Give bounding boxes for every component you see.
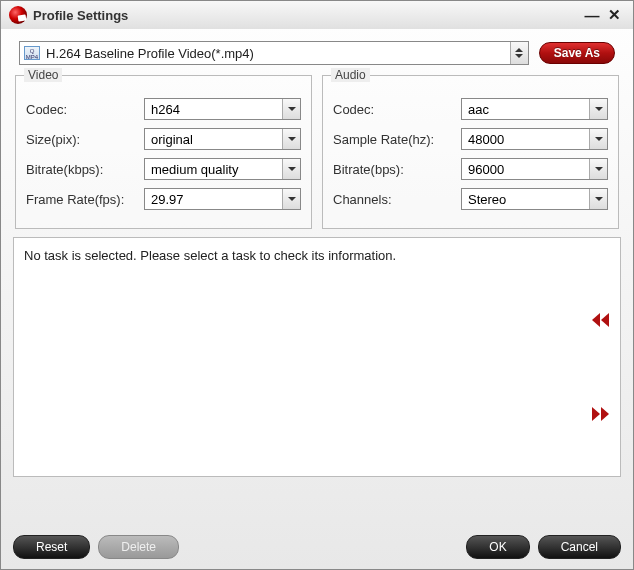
settings-groups: Video Codec: h264 Size(pix): original xyxy=(13,75,621,229)
video-codec-label: Codec: xyxy=(26,102,138,117)
save-as-button[interactable]: Save As xyxy=(539,42,615,64)
video-size-combo[interactable]: original xyxy=(144,128,301,150)
task-message: No task is selected. Please select a tas… xyxy=(24,248,580,263)
video-size-value: original xyxy=(151,132,193,147)
audio-group: Audio Codec: aac Sample Rate(hz): 48000 xyxy=(322,75,619,229)
double-chevron-left-icon xyxy=(592,313,609,327)
audio-channels-combo[interactable]: Stereo xyxy=(461,188,608,210)
audio-samplerate-value: 48000 xyxy=(468,132,504,147)
mp4-icon: QMP4 xyxy=(24,46,40,60)
prev-task-button[interactable] xyxy=(588,308,612,332)
video-bitrate-value: medium quality xyxy=(151,162,238,177)
content-area: QMP4 H.264 Baseline Profile Video(*.mp4)… xyxy=(1,29,633,525)
chevron-down-icon[interactable] xyxy=(282,159,300,179)
audio-codec-combo[interactable]: aac xyxy=(461,98,608,120)
chevron-down-icon[interactable] xyxy=(282,129,300,149)
double-chevron-right-icon xyxy=(592,407,609,421)
titlebar: Profile Settings — ✕ xyxy=(1,1,633,29)
chevron-down-icon[interactable] xyxy=(282,99,300,119)
ok-button[interactable]: OK xyxy=(466,535,529,559)
video-bitrate-label: Bitrate(kbps): xyxy=(26,162,138,177)
audio-codec-label: Codec: xyxy=(333,102,455,117)
audio-samplerate-label: Sample Rate(hz): xyxy=(333,132,455,147)
app-icon xyxy=(9,6,27,24)
minimize-button[interactable]: — xyxy=(581,6,603,24)
next-task-button[interactable] xyxy=(588,402,612,426)
video-group: Video Codec: h264 Size(pix): original xyxy=(15,75,312,229)
chevron-down-icon[interactable] xyxy=(282,189,300,209)
profile-select-label: H.264 Baseline Profile Video(*.mp4) xyxy=(46,46,510,61)
reset-button[interactable]: Reset xyxy=(13,535,90,559)
chevron-down-icon[interactable] xyxy=(589,189,607,209)
video-bitrate-combo[interactable]: medium quality xyxy=(144,158,301,180)
video-group-title: Video xyxy=(24,68,62,82)
chevron-down-icon[interactable] xyxy=(589,99,607,119)
audio-bitrate-combo[interactable]: 96000 xyxy=(461,158,608,180)
audio-channels-value: Stereo xyxy=(468,192,506,207)
audio-channels-label: Channels: xyxy=(333,192,455,207)
audio-bitrate-value: 96000 xyxy=(468,162,504,177)
video-codec-combo[interactable]: h264 xyxy=(144,98,301,120)
profile-select-dropdown-button[interactable] xyxy=(510,42,528,64)
task-info-area: No task is selected. Please select a tas… xyxy=(13,237,621,477)
profile-select[interactable]: QMP4 H.264 Baseline Profile Video(*.mp4) xyxy=(19,41,529,65)
close-button[interactable]: ✕ xyxy=(603,6,625,24)
audio-bitrate-label: Bitrate(bps): xyxy=(333,162,455,177)
video-framerate-label: Frame Rate(fps): xyxy=(26,192,138,207)
window-title: Profile Settings xyxy=(33,8,128,23)
profile-settings-window: Profile Settings — ✕ QMP4 H.264 Baseline… xyxy=(0,0,634,570)
delete-button: Delete xyxy=(98,535,179,559)
chevron-down-icon[interactable] xyxy=(589,129,607,149)
audio-samplerate-combo[interactable]: 48000 xyxy=(461,128,608,150)
audio-group-title: Audio xyxy=(331,68,370,82)
video-framerate-value: 29.97 xyxy=(151,192,184,207)
top-row: QMP4 H.264 Baseline Profile Video(*.mp4)… xyxy=(13,37,621,75)
audio-codec-value: aac xyxy=(468,102,489,117)
video-framerate-combo[interactable]: 29.97 xyxy=(144,188,301,210)
video-codec-value: h264 xyxy=(151,102,180,117)
cancel-button[interactable]: Cancel xyxy=(538,535,621,559)
video-size-label: Size(pix): xyxy=(26,132,138,147)
chevron-down-icon[interactable] xyxy=(589,159,607,179)
bottom-bar: Reset Delete OK Cancel xyxy=(1,525,633,569)
